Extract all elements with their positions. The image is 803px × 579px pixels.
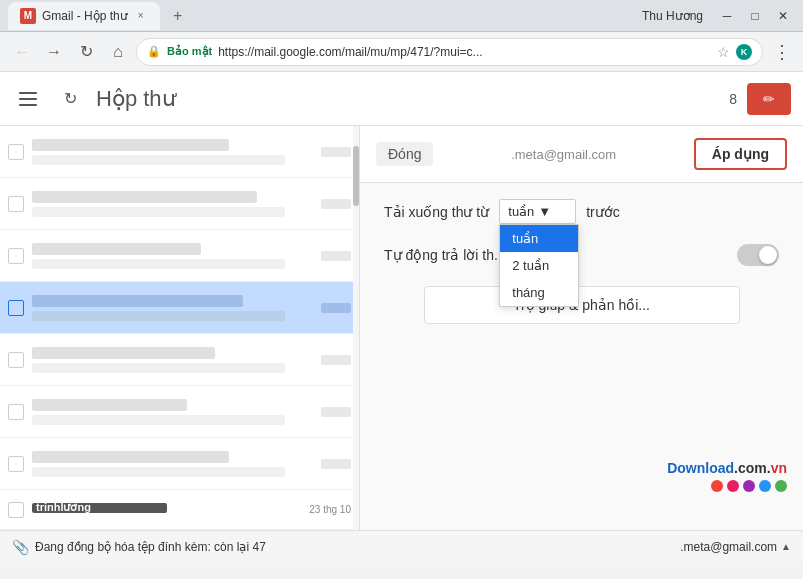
period-selected: tuần	[508, 204, 534, 219]
email-preview	[32, 207, 285, 217]
settings-panel: Đóng .meta@gmail.com Áp dụng Tải xuống t…	[360, 126, 803, 530]
list-item[interactable]	[0, 438, 359, 490]
email-sender	[32, 399, 187, 411]
watermark: Download.com.vn	[667, 460, 787, 476]
list-item[interactable]	[0, 178, 359, 230]
email-sender	[32, 451, 229, 463]
scrollbar-thumb[interactable]	[353, 146, 359, 206]
list-item[interactable]	[0, 334, 359, 386]
email-time	[321, 147, 351, 157]
list-item[interactable]: trinhlương 23 thg 10	[0, 490, 359, 530]
dot-pink	[727, 480, 739, 492]
email-date: 23 thg 10	[309, 504, 351, 515]
maximize-button[interactable]: □	[743, 4, 767, 28]
title-bar-left: M Gmail - Hộp thư × +	[8, 2, 190, 30]
gmail-refresh-button[interactable]: ↻	[54, 83, 86, 115]
email-preview	[32, 311, 285, 321]
dot-blue	[759, 480, 771, 492]
tab-close-button[interactable]: ×	[134, 9, 148, 23]
email-checkbox[interactable]	[8, 352, 24, 368]
download-label-prefix: Tải xuống thư từ	[384, 204, 489, 220]
email-preview	[32, 259, 285, 269]
email-sender	[32, 139, 229, 151]
close-button[interactable]: ✕	[771, 4, 795, 28]
attachment-icon: 📎	[12, 539, 29, 555]
dropdown-arrow: ▼	[538, 204, 551, 219]
email-sender	[32, 191, 257, 203]
url-text: https://mail.google.com/mail/mu/mp/471/?…	[218, 45, 711, 59]
tab-favicon: M	[20, 8, 36, 24]
email-preview	[32, 467, 285, 477]
dropdown-option-thang[interactable]: tháng	[500, 279, 578, 306]
list-item[interactable]	[0, 230, 359, 282]
title-bar-right: Thu Hương ─ □ ✕	[642, 4, 795, 28]
email-preview	[32, 363, 285, 373]
watermark-dots	[711, 480, 787, 492]
email-checkbox[interactable]	[8, 196, 24, 212]
list-item[interactable]	[0, 386, 359, 438]
auto-reply-toggle[interactable]	[737, 244, 779, 266]
tab-label: Gmail - Hộp thư	[42, 9, 128, 23]
email-time	[321, 199, 351, 209]
email-preview	[32, 155, 285, 165]
browser-menu-button[interactable]: ⋮	[767, 38, 795, 66]
gmail-header: ↻ Hộp thư 8 ✏	[0, 72, 803, 126]
home-button[interactable]: ⌂	[104, 38, 132, 66]
dot-purple	[743, 480, 755, 492]
email-time	[321, 303, 351, 313]
email-preview	[32, 415, 285, 425]
email-content	[32, 451, 313, 477]
apply-button[interactable]: Áp dụng	[694, 138, 787, 170]
bottom-bar: 📎 Đang đồng bộ hóa tệp đính kèm: còn lại…	[0, 530, 803, 562]
list-item[interactable]	[0, 126, 359, 178]
period-dropdown-trigger[interactable]: tuần ▼	[499, 199, 576, 224]
forward-button[interactable]: →	[40, 38, 68, 66]
bookmark-icon[interactable]: ☆	[717, 44, 730, 60]
dropdown-option-tuan[interactable]: tuần	[500, 225, 578, 252]
watermark-dot: .com.	[734, 460, 771, 476]
dropdown-option-2tuan[interactable]: 2 tuần	[500, 252, 578, 279]
email-time	[321, 459, 351, 469]
kaspersky-icon: K	[736, 44, 752, 60]
refresh-button[interactable]: ↻	[72, 38, 100, 66]
email-time	[321, 355, 351, 365]
email-list-panel: trinhlương 23 thg 10	[0, 126, 360, 530]
watermark-vn: vn	[771, 460, 787, 476]
settings-email: .meta@gmail.com	[445, 147, 681, 162]
dot-green	[775, 480, 787, 492]
address-bar: ← → ↻ ⌂ 🔒 Bảo mật https://mail.google.co…	[0, 32, 803, 72]
email-checkbox[interactable]	[8, 456, 24, 472]
list-item[interactable]	[0, 282, 359, 334]
settings-header: Đóng .meta@gmail.com Áp dụng	[360, 126, 803, 183]
email-checkbox[interactable]	[8, 248, 24, 264]
settings-close-button[interactable]: Đóng	[376, 142, 433, 166]
new-tab-button[interactable]: +	[166, 4, 190, 28]
scrollbar[interactable]	[353, 126, 359, 530]
bottom-right: .meta@gmail.com ▲	[680, 540, 791, 554]
email-sender	[32, 295, 243, 307]
auto-reply-label: Tự động trả lời th...	[384, 247, 506, 263]
email-time	[321, 407, 351, 417]
email-content	[32, 191, 313, 217]
email-checkbox[interactable]	[8, 404, 24, 420]
bottom-left: 📎 Đang đồng bộ hóa tệp đính kèm: còn lại…	[12, 539, 266, 555]
help-button[interactable]: Trợ giúp & phản hồi...	[424, 286, 740, 324]
minimize-button[interactable]: ─	[715, 4, 739, 28]
secure-text: Bảo mật	[167, 45, 212, 58]
sync-text: Đang đồng bộ hóa tệp đính kèm: còn lại 4…	[35, 540, 266, 554]
watermark-download: Download	[667, 460, 734, 476]
download-setting-row: Tải xuống thư từ tuần ▼ tuần 2 tuần thán…	[384, 199, 779, 224]
hamburger-button[interactable]	[12, 83, 44, 115]
auto-reply-row: Tự động trả lời th...	[384, 244, 779, 266]
email-checkbox[interactable]	[8, 144, 24, 160]
email-content	[32, 295, 313, 321]
account-arrow-icon[interactable]: ▲	[781, 541, 791, 552]
url-bar[interactable]: 🔒 Bảo mật https://mail.google.com/mail/m…	[136, 38, 763, 66]
email-checkbox[interactable]	[8, 502, 24, 518]
browser-tab[interactable]: M Gmail - Hộp thư ×	[8, 2, 160, 30]
dot-red	[711, 480, 723, 492]
gmail-title: Hộp thư	[96, 86, 719, 112]
email-checkbox[interactable]	[8, 300, 24, 316]
email-content	[32, 139, 313, 165]
compose-button[interactable]: ✏	[747, 83, 791, 115]
